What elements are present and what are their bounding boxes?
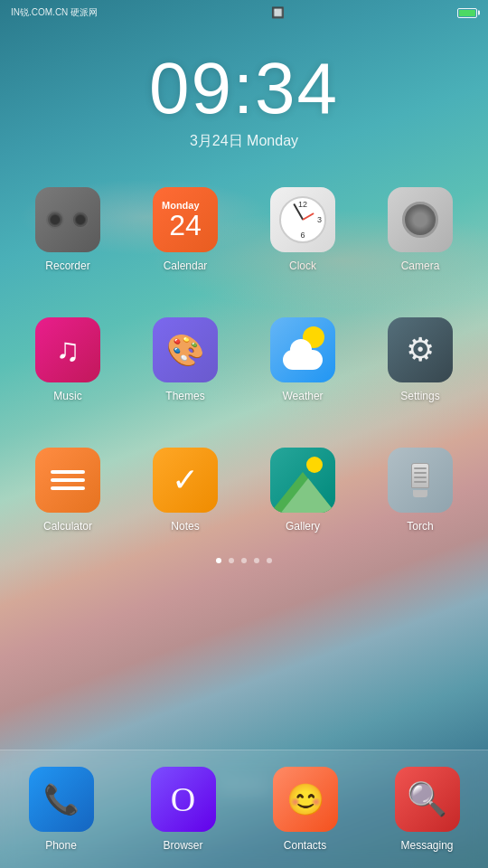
notes-label: Notes	[171, 520, 199, 533]
calculator-label: Calculator	[43, 520, 92, 533]
clock-label: Clock	[289, 259, 316, 272]
contacts-icon: 😊	[273, 767, 338, 832]
clock-face: 3	[279, 196, 326, 243]
dot-2[interactable]	[229, 558, 234, 563]
browser-o-symbol: O	[171, 779, 195, 819]
messaging-icon: 🔍	[395, 767, 460, 832]
calc-lines	[51, 470, 85, 490]
torch-line-2	[414, 472, 427, 474]
dock-app-messaging[interactable]: 🔍 Messaging	[366, 758, 488, 861]
themes-icon: 🎨	[153, 317, 218, 382]
calculator-icon	[35, 448, 100, 513]
app-clock[interactable]: 3 Clock	[244, 178, 361, 281]
app-notes[interactable]: ✓ Notes	[127, 439, 244, 542]
torch-icon	[388, 448, 453, 513]
app-calculator[interactable]: Calculator	[9, 439, 127, 542]
clock-num-3: 3	[317, 215, 322, 224]
weather-icon	[270, 317, 335, 382]
app-settings[interactable]: ⚙ Settings	[361, 308, 479, 411]
notification-icon: 🔲	[271, 6, 285, 19]
clock-minute-hand	[293, 203, 303, 220]
app-row-1: Recorder Monday 24 Calendar 3 Clock	[0, 160, 488, 290]
torch-lines	[414, 467, 427, 483]
clock-date: 3月24日 Monday	[0, 132, 488, 151]
dock-app-browser[interactable]: O Browser	[122, 758, 244, 861]
themes-label: Themes	[165, 390, 204, 402]
themes-paint-symbol: 🎨	[166, 332, 204, 368]
gallery-mountain-right	[281, 478, 335, 513]
contacts-label: Contacts	[284, 839, 326, 852]
dot-1[interactable]	[216, 558, 221, 563]
torch-line-3	[414, 476, 427, 478]
messaging-search-symbol: 🔍	[407, 780, 447, 818]
torch-label: Torch	[407, 520, 433, 533]
battery-icon	[457, 8, 477, 18]
app-music[interactable]: ♫ Music	[9, 308, 127, 411]
calc-line-3	[51, 486, 85, 490]
home-screen: IN锐.COM.CN 硬派网 🔲 09:34 3月24日 Monday Reco…	[0, 0, 488, 868]
recorder-body	[46, 211, 89, 229]
app-camera[interactable]: Camera	[361, 178, 479, 281]
calc-line-1	[51, 470, 85, 474]
phone-symbol: 📞	[43, 782, 80, 816]
status-icons	[457, 8, 477, 18]
settings-icon: ⚙	[388, 317, 453, 382]
calendar-date: 24	[169, 211, 202, 240]
app-gallery[interactable]: Gallery	[244, 439, 361, 542]
torch-line-1	[414, 467, 427, 469]
notes-icon: ✓	[153, 448, 218, 513]
camera-lens	[402, 202, 438, 238]
recorder-label: Recorder	[45, 259, 89, 272]
battery-fill	[459, 10, 475, 16]
dock-app-phone[interactable]: 📞 Phone	[0, 758, 122, 861]
app-calendar[interactable]: Monday 24 Calendar	[127, 178, 244, 281]
dot-4[interactable]	[254, 558, 259, 563]
weather-label: Weather	[282, 390, 323, 402]
gallery-icon	[270, 448, 335, 513]
calendar-icon: Monday 24	[153, 187, 218, 252]
torch-top	[411, 463, 429, 488]
contacts-face-symbol: 😊	[286, 781, 324, 817]
torch-line-4	[414, 481, 427, 483]
dock-app-contacts[interactable]: 😊 Contacts	[244, 758, 366, 861]
clock-section: 09:34 3月24日 Monday	[0, 25, 488, 160]
app-weather[interactable]: Weather	[244, 308, 361, 411]
clock-hour-hand	[303, 212, 314, 221]
torch-body	[411, 463, 429, 497]
settings-gear-symbol: ⚙	[406, 331, 435, 369]
recorder-lens-right	[71, 211, 89, 229]
app-row-3: Calculator ✓ Notes Gallery	[0, 420, 488, 551]
clock-icon: 3	[270, 187, 335, 252]
music-label: Music	[53, 390, 81, 402]
settings-label: Settings	[400, 390, 439, 402]
page-dots	[0, 551, 488, 571]
dot-5[interactable]	[267, 558, 272, 563]
dock-grid: 📞 Phone O Browser 😊 Contacts 🔍	[0, 758, 488, 861]
camera-icon	[388, 187, 453, 252]
phone-label: Phone	[45, 839, 77, 852]
app-row-2: ♫ Music 🎨 Themes Weather ⚙ Settings	[0, 290, 488, 420]
app-recorder[interactable]: Recorder	[9, 178, 127, 281]
torch-base	[413, 490, 427, 497]
music-note-symbol: ♫	[56, 331, 80, 369]
carrier-text: IN锐.COM.CN 硬派网	[11, 6, 98, 19]
notes-check-symbol: ✓	[172, 461, 199, 499]
calendar-label: Calendar	[164, 259, 208, 272]
app-themes[interactable]: 🎨 Themes	[127, 308, 244, 411]
messaging-label: Messaging	[400, 839, 453, 852]
music-icon: ♫	[35, 317, 100, 382]
recorder-icon	[35, 187, 100, 252]
app-torch[interactable]: Torch	[361, 439, 479, 542]
browser-icon: O	[151, 767, 216, 832]
clock-time: 09:34	[0, 52, 488, 125]
gallery-mountains	[270, 448, 335, 513]
weather-cloud	[283, 350, 323, 370]
recorder-lens-left	[46, 211, 64, 229]
status-bar: IN锐.COM.CN 硬派网 🔲	[0, 0, 488, 25]
calc-line-2	[51, 478, 85, 482]
dock: 📞 Phone O Browser 😊 Contacts 🔍	[0, 750, 488, 868]
camera-label: Camera	[401, 259, 440, 272]
phone-icon: 📞	[29, 767, 94, 832]
gallery-sun	[306, 457, 323, 473]
dot-3[interactable]	[241, 558, 247, 563]
